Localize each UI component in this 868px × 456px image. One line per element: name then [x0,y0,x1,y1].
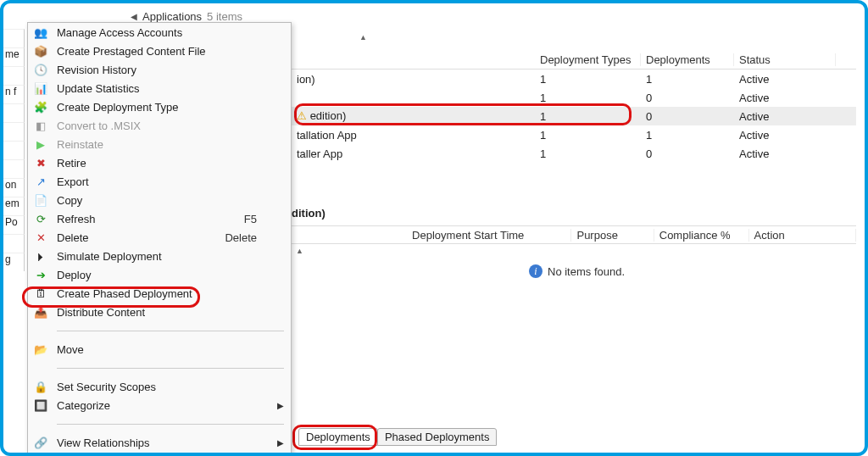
lock-icon: 🔒 [33,379,48,394]
info-icon: i [529,264,542,278]
menu-move[interactable]: 📂Move [28,340,291,359]
move-icon: 📂 [33,342,48,357]
table-row-selected[interactable]: ⚠ edition) 1 0 Active [292,107,856,125]
retire-icon: ✖ [33,155,48,170]
chevron-right-icon: ▶ [277,438,284,448]
table-row[interactable]: ion) 1 1 Active [292,70,856,88]
menu-reinstate: ▶Reinstate [28,135,291,153]
detail-tabs: Deployments Phased Deployments [298,428,496,446]
menu-separator [28,359,291,377]
chevron-right-icon: ▶ [277,401,284,410]
col-purpose[interactable]: Purpose [571,229,654,242]
menu-convert-msix: ◧Convert to .MSIX [28,116,291,135]
deploy-icon: ➔ [33,267,48,282]
applications-grid: Deployment Types Deployments Status ion)… [292,51,856,163]
breadcrumb-count: 5 items [207,10,242,23]
shortcut-text: Delete [225,231,257,244]
menu-create-phased-deployment[interactable]: 🗓Create Phased Deployment [28,284,291,303]
col-deployments[interactable]: Deployments [641,53,734,66]
categorize-icon: 🔲 [33,398,48,413]
menu-create-prestaged-content[interactable]: 📦Create Prestaged Content File [28,42,291,60]
menu-update-statistics[interactable]: 📊Update Statistics [28,79,291,97]
col-status[interactable]: Status [734,53,836,66]
reinstate-icon: ▶ [33,136,48,152]
msix-icon: ◧ [33,118,48,133]
chevron-left-icon[interactable]: ◀ [131,12,137,21]
menu-manage-access-accounts[interactable]: 👥Manage Access Accounts [28,23,291,42]
col-compliance[interactable]: Compliance % [654,229,749,242]
delete-icon: ✕ [33,230,48,245]
menu-revision-history[interactable]: 🕓Revision History [28,60,291,79]
menu-separator [28,452,291,456]
refresh-icon: ⟳ [33,211,48,226]
menu-refresh[interactable]: ⟳RefreshF5 [28,209,291,228]
menu-separator [28,414,291,433]
col-deployment-types[interactable]: Deployment Types [535,53,641,66]
distribute-icon: 📤 [33,304,48,320]
simulate-icon: ⏵ [33,248,48,264]
copy-icon: 📄 [33,192,48,208]
menu-set-security-scopes[interactable]: 🔒Set Security Scopes [28,377,291,396]
menu-simulate-deployment[interactable]: ⏵Simulate Deployment [28,247,291,265]
empty-text: No items found. [548,265,625,278]
phased-icon: 🗓 [33,286,48,301]
sort-asc-icon: ▲ [296,247,303,255]
empty-state: i No items found. [529,264,625,278]
package-icon: 📦 [33,43,48,58]
menu-export[interactable]: ↗Export [28,172,291,191]
table-row[interactable]: taller App 1 0 Active [292,144,856,163]
menu-copy[interactable]: 📄Copy [28,191,291,209]
dep-type-icon: 🧩 [33,99,48,114]
sort-asc-icon: ▲ [359,33,367,42]
menu-separator [28,321,291,340]
detail-grid-header: Deployment Start Time Purpose Compliance… [292,225,856,244]
tab-deployments[interactable]: Deployments [298,428,378,446]
history-icon: 🕓 [33,62,48,77]
menu-retire[interactable]: ✖Retire [28,153,291,172]
grid-header: Deployment Types Deployments Status [292,51,856,70]
menu-distribute-content[interactable]: 📤Distribute Content [28,303,291,321]
breadcrumb-title[interactable]: Applications [142,10,202,23]
context-menu: 👥Manage Access Accounts 📦Create Prestage… [27,22,292,456]
relationships-icon: 🔗 [33,435,48,450]
menu-create-deployment-type[interactable]: 🧩Create Deployment Type [28,97,291,116]
left-sidebar-fragment: me n f on em Po g [3,29,25,453]
col-dep-start-time[interactable]: Deployment Start Time [407,229,571,242]
detail-title: dition) [292,207,326,220]
menu-categorize[interactable]: 🔲Categorize▶ [28,396,291,414]
table-row[interactable]: 1 0 Active [292,88,856,107]
col-action[interactable]: Action [749,229,856,242]
export-icon: ↗ [33,174,48,189]
table-row[interactable]: tallation App 1 1 Active [292,125,856,144]
menu-view-relationships[interactable]: 🔗View Relationships▶ [28,433,291,452]
menu-delete[interactable]: ✕DeleteDelete [28,228,291,247]
accounts-icon: 👥 [33,25,48,40]
tab-phased-deployments[interactable]: Phased Deployments [377,428,498,446]
warning-icon: ⚠ [297,109,307,122]
shortcut-text: F5 [244,213,257,225]
stats-icon: 📊 [33,81,48,96]
menu-deploy[interactable]: ➔Deploy [28,265,291,284]
